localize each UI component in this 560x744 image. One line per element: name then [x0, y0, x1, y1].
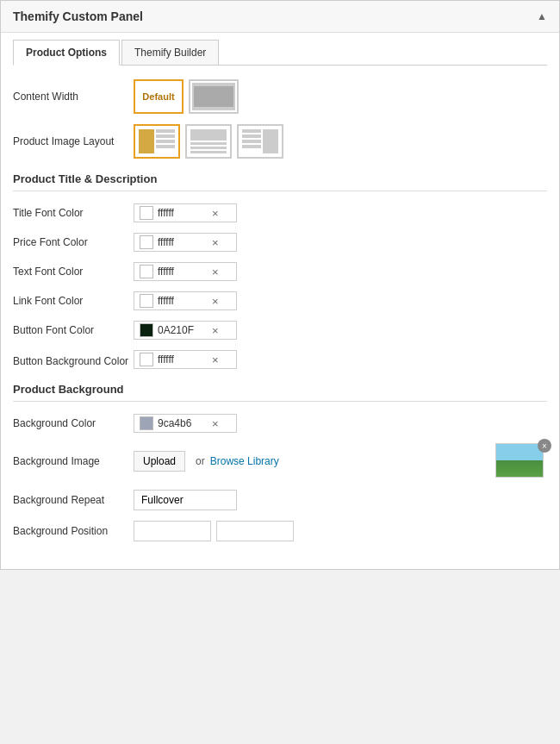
link-font-color-swatch — [140, 294, 153, 308]
title-font-color-row: Title Font Color ffffff × — [13, 203, 547, 222]
link-font-color-value: ffffff — [158, 295, 205, 307]
panel-header: Themify Custom Panel ▲ — [1, 1, 559, 33]
pil-option-left[interactable] — [134, 124, 180, 159]
panel-body: Product Options Themify Builder Content … — [1, 33, 559, 569]
link-font-color-input[interactable]: ffffff × — [134, 291, 237, 310]
background-position-row: Background Position Left Center Right To… — [13, 521, 547, 541]
background-image-controls: Upload or Browse Library — [134, 451, 495, 472]
background-position-label: Background Position — [13, 525, 134, 537]
button-bg-color-clear[interactable]: × — [212, 353, 219, 366]
button-bg-color-label: Button Background Color — [13, 350, 134, 367]
text-font-color-clear[interactable]: × — [212, 266, 219, 278]
button-font-color-swatch — [140, 323, 153, 337]
background-position-y-select[interactable]: Top Center Bottom — [216, 521, 294, 541]
browse-library-link[interactable]: Browse Library — [210, 455, 279, 467]
background-color-clear[interactable]: × — [212, 417, 219, 430]
background-repeat-select-wrap: Fullcover Repeat No Repeat Repeat-X Repe… — [134, 490, 237, 510]
content-width-default-icon: Default — [137, 83, 180, 110]
button-font-color-clear[interactable]: × — [212, 324, 219, 337]
button-font-color-label: Button Font Color — [13, 324, 134, 336]
price-font-color-value: ffffff — [158, 236, 205, 248]
product-image-layout-options — [134, 124, 289, 159]
price-font-color-row: Price Font Color ffffff × — [13, 233, 547, 252]
product-image-layout-row: Product Image Layout — [13, 124, 547, 159]
background-color-row: Background Color 9ca4b6 × — [13, 414, 547, 433]
price-font-color-label: Price Font Color — [13, 236, 134, 248]
text-font-color-input[interactable]: ffffff × — [134, 262, 237, 281]
button-font-color-row: Button Font Color 0A210F × — [13, 321, 547, 340]
content-width-label: Content Width — [13, 91, 134, 103]
background-repeat-row: Background Repeat Fullcover Repeat No Re… — [13, 490, 547, 510]
panel-toggle-icon[interactable]: ▲ — [537, 10, 547, 22]
or-text: or — [196, 455, 205, 467]
title-font-color-label: Title Font Color — [13, 207, 134, 219]
text-font-color-row: Text Font Color ffffff × — [13, 262, 547, 281]
text-font-color-swatch — [140, 265, 153, 278]
tabs-container: Product Options Themify Builder — [13, 33, 547, 66]
tab-themify-builder[interactable]: Themify Builder — [121, 40, 219, 65]
title-font-color-input[interactable]: ffffff × — [134, 203, 237, 222]
background-position-controls: Left Center Right Top Center Bottom — [134, 521, 294, 541]
background-position-x-wrap: Left Center Right — [134, 521, 211, 541]
price-font-color-clear[interactable]: × — [212, 236, 219, 249]
button-bg-color-row: Button Background Color ffffff × — [13, 350, 547, 369]
background-repeat-select[interactable]: Fullcover Repeat No Repeat Repeat-X Repe… — [134, 490, 237, 510]
pil-option-top[interactable] — [185, 124, 232, 159]
background-position-x-select[interactable]: Left Center Right — [134, 521, 211, 541]
pil-option-right[interactable] — [237, 124, 283, 159]
product-background-divider — [13, 401, 547, 402]
text-font-color-label: Text Font Color — [13, 266, 134, 278]
panel-title: Themify Custom Panel — [13, 9, 143, 23]
button-font-color-input[interactable]: 0A210F × — [134, 321, 237, 340]
color-fields: Title Font Color ffffff × Price Font Col… — [13, 203, 547, 369]
price-font-color-input[interactable]: ffffff × — [134, 233, 237, 252]
background-repeat-label: Background Repeat — [13, 494, 134, 506]
background-image-remove[interactable]: × — [538, 439, 551, 453]
content-width-full-icon — [192, 83, 235, 110]
title-font-color-clear[interactable]: × — [212, 207, 219, 220]
background-color-input[interactable]: 9ca4b6 × — [134, 414, 237, 433]
background-color-value: 9ca4b6 — [158, 417, 205, 429]
background-image-thumbnail — [495, 443, 544, 478]
link-font-color-clear[interactable]: × — [212, 295, 219, 308]
pil-right-icon — [240, 128, 280, 155]
pil-top-icon — [189, 128, 228, 155]
themify-custom-panel: Themify Custom Panel ▲ Product Options T… — [0, 0, 560, 570]
background-image-preview: × — [495, 443, 547, 479]
button-bg-color-swatch — [140, 353, 153, 366]
background-color-label: Background Color — [13, 417, 134, 429]
product-image-layout-label: Product Image Layout — [13, 135, 134, 147]
background-position-y-wrap: Top Center Bottom — [216, 521, 294, 541]
content-width-full[interactable] — [189, 79, 239, 114]
product-background-section-heading: Product Background — [13, 383, 547, 396]
product-title-divider — [13, 191, 547, 191]
content-width-row: Content Width Default — [13, 79, 547, 114]
text-font-color-value: ffffff — [158, 266, 205, 278]
content-width-default[interactable]: Default — [134, 79, 184, 114]
title-font-color-value: ffffff — [158, 207, 205, 219]
button-bg-color-input[interactable]: ffffff × — [134, 350, 237, 369]
upload-button[interactable]: Upload — [134, 451, 185, 472]
background-image-row: Background Image Upload or Browse Librar… — [13, 443, 547, 479]
link-font-color-row: Link Font Color ffffff × — [13, 291, 547, 310]
button-bg-color-value: ffffff — [158, 353, 205, 366]
title-font-color-swatch — [140, 206, 153, 220]
price-font-color-swatch — [140, 235, 153, 249]
link-font-color-label: Link Font Color — [13, 295, 134, 307]
pil-left-icon — [137, 128, 177, 155]
background-color-swatch — [140, 416, 153, 430]
product-title-section-heading: Product Title & Description — [13, 172, 547, 185]
background-image-label: Background Image — [13, 455, 134, 467]
tab-product-options[interactable]: Product Options — [13, 40, 120, 66]
button-font-color-value: 0A210F — [158, 324, 205, 336]
content-width-options: Default — [134, 79, 244, 114]
